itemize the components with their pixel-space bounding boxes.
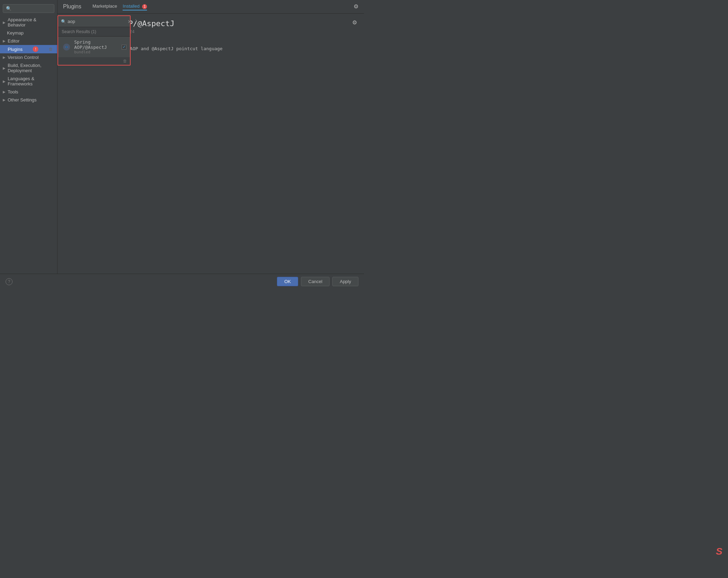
list-item[interactable]: Spring AOP/@AspectJ bundled ✓ [58, 36, 130, 57]
sidebar-item-other-settings[interactable]: ▶ Other Settings [0, 96, 57, 104]
plugin-search-input[interactable] [68, 19, 126, 24]
plugins-header: Plugins Marketplace Installed 1 ⚙ [57, 0, 364, 14]
gear-icon[interactable]: ⚙ [354, 3, 358, 10]
sidebar-search[interactable]: 🔍 [3, 4, 54, 13]
plugin-info: Spring AOP/@AspectJ bundled [74, 39, 119, 54]
more-icon[interactable]: ⋮ [133, 18, 139, 25]
sidebar-item-label: Version Control [8, 55, 39, 60]
plugins-nav: Marketplace Installed 1 [92, 3, 147, 10]
plugins-content: 🔍 ✕ ⋮ Search Results (1) S [57, 14, 364, 274]
ok-button[interactable]: OK [277, 277, 298, 286]
sidebar-item-label: Languages & Frameworks [8, 76, 53, 86]
sidebar-item-label: Tools [8, 89, 18, 94]
search-bar: 🔍 ✕ ⋮ [58, 16, 130, 27]
plugin-name: Spring AOP/@AspectJ [74, 39, 119, 50]
sidebar-item-editor[interactable]: ▶ Editor [0, 37, 57, 45]
plugin-icon [62, 42, 71, 52]
plugin-sub: bundled [74, 50, 119, 54]
installed-badge: 1 [142, 4, 147, 9]
sidebar-item-label: Editor [8, 38, 20, 44]
trash-icon-2[interactable]: 🗑 [123, 59, 127, 63]
sidebar-item-plugins[interactable]: Plugins ! 🗑 [0, 45, 57, 53]
sidebar-search-input[interactable] [13, 6, 51, 11]
sidebar-item-languages-frameworks[interactable]: ▶ Languages & Frameworks [0, 75, 57, 88]
sidebar-item-label: Appearance & Behavior [8, 17, 53, 28]
plugins-title: Plugins [63, 3, 81, 10]
sidebar-item-label: Keymap [7, 30, 24, 36]
chevron-right-icon: ▶ [3, 79, 6, 83]
tab-installed[interactable]: Installed 1 [123, 3, 147, 10]
help-button[interactable]: ? [6, 278, 13, 285]
chevron-right-icon: ▶ [3, 90, 6, 94]
plugins-badge: ! [33, 46, 38, 52]
chevron-right-icon: ▶ [3, 39, 6, 43]
chevron-right-icon: ▶ [3, 66, 6, 70]
tab-marketplace[interactable]: Marketplace [92, 3, 117, 10]
sidebar-item-version-control[interactable]: ▶ Version Control [0, 53, 57, 61]
apply-button[interactable]: Apply [332, 277, 358, 286]
plugin-checkbox[interactable]: ✓ [122, 45, 126, 50]
trash-row: 🗑 [58, 57, 130, 65]
content-area: Plugins Marketplace Installed 1 ⚙ 🔍 ✕ ⋮ [57, 0, 364, 274]
chevron-right-icon: ▶ [3, 98, 6, 102]
sidebar-item-label: Other Settings [8, 97, 37, 102]
cancel-button[interactable]: Cancel [301, 277, 330, 286]
sidebar-item-keymap[interactable]: Keymap [0, 29, 57, 37]
sidebar-item-appearance-behavior[interactable]: ▶ Appearance & Behavior [0, 16, 57, 29]
trash-icon[interactable]: 🗑 [49, 47, 53, 52]
search-icon: 🔍 [6, 6, 11, 11]
bottom-bar: ? OK Cancel Apply [0, 274, 364, 289]
sidebar-item-label: Plugins [3, 47, 23, 52]
chevron-right-icon: ▶ [3, 55, 6, 59]
search-results-label: Search Results (1) [58, 27, 130, 36]
chevron-right-icon: ▶ [3, 21, 6, 24]
search-popup: 🔍 ✕ ⋮ Search Results (1) S [57, 15, 131, 66]
search-icon: 🔍 [61, 19, 66, 24]
sidebar-item-label: Build, Execution, Deployment [8, 63, 53, 73]
sidebar-item-build-execution[interactable]: ▶ Build, Execution, Deployment [0, 61, 57, 75]
close-icon[interactable]: ✕ [127, 19, 132, 24]
sidebar-item-tools[interactable]: ▶ Tools [0, 88, 57, 96]
settings-sidebar: 🔍 ▶ Appearance & Behavior Keymap ▶ Edito… [0, 0, 57, 274]
installed-label: Installed [123, 3, 139, 9]
svg-point-1 [65, 46, 68, 48]
gear-icon-detail[interactable]: ⚙ [352, 19, 357, 26]
